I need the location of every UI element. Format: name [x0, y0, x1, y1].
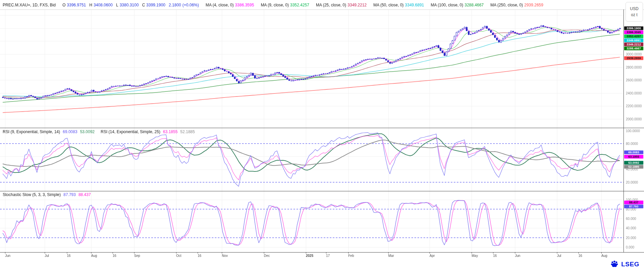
lseg-logo-text: LSEG — [621, 261, 639, 268]
high-label: H — [89, 3, 92, 7]
rsi9-ma-value: 53.0092 — [80, 129, 94, 134]
instrument-label: PREC.M.XAU=, 1D, FXS, Bid — [3, 3, 56, 7]
rsi-axis-label: 100.0000 — [626, 129, 640, 133]
rsi14-value: 63.1855 — [163, 129, 177, 134]
chart-application: PREC.M.XAU=, 1D, FXS, Bid O3396.9751 H34… — [0, 0, 644, 270]
price-axis-label: 2200.0000 — [626, 104, 642, 108]
stochastic-tag: 87.793 — [624, 205, 643, 208]
stochastic-axis-label: 20.000 — [626, 236, 636, 240]
time-axis-label: Aug — [91, 254, 97, 258]
price-axis-label: 2400.0000 — [626, 91, 642, 95]
stochastic-title: Stochastic Slow (5, 3, 3, Simple) — [3, 192, 61, 197]
time-axis-label: Jun — [5, 254, 10, 258]
ma-legend-item-40[interactable]: MA (4, close, 0)3386.3595 — [206, 3, 254, 7]
stochastic-axis-label: 60.000 — [626, 217, 636, 221]
time-axis-label: Nov — [222, 254, 228, 258]
ma-legend-item-1000[interactable]: MA (100, close, 0)3288.4667 — [431, 3, 484, 7]
price-tag: 3399.1900 — [624, 27, 643, 30]
time-axis-label: 16 — [198, 254, 201, 258]
unit-label: oz t — [631, 12, 637, 17]
ma-legend-item-2500[interactable]: MA (250, close, 0)2939.2659 — [490, 3, 543, 7]
ma-legend-item-90[interactable]: MA (9, close, 0)3352.4257 — [261, 3, 309, 7]
rsi-axis-label: 20.0000 — [626, 181, 638, 184]
time-axis-label: Sep — [134, 254, 140, 258]
close-value: 3399.1900 — [146, 3, 165, 7]
time-axis-label: Aug — [601, 254, 607, 258]
legend-row: PREC.M.XAU=, 1D, FXS, Bid O3396.9751 H34… — [3, 2, 543, 8]
rsi-axis-label: 80.0000 — [626, 142, 638, 146]
time-axis-label: Feb — [348, 254, 354, 258]
lseg-logo: LSEG — [610, 260, 639, 269]
change-percent: (+0.06%) — [183, 3, 199, 7]
currency-label: USD — [630, 6, 638, 11]
ma-legend-item-250[interactable]: MA (25, close, 0)3349.2212 — [316, 3, 367, 7]
stochastic-axis-label: 40.000 — [626, 226, 636, 230]
ma-label: MA (250, close, 0) — [490, 3, 523, 7]
rsi-tag: 63.1855 — [624, 155, 643, 159]
ma-legend-list: MA (4, close, 0)3386.3595MA (9, close, 0… — [206, 3, 544, 7]
rsi-tag: 53.0092 — [624, 161, 643, 165]
price-tag: 3288.4667 — [624, 47, 643, 50]
open-label: O — [63, 3, 66, 7]
stochastic-axis-label: 0.000 — [626, 245, 634, 249]
low-value: 3380.3100 — [120, 3, 139, 7]
price-axis-label: 3000.0000 — [626, 52, 642, 56]
open-value: 3396.9751 — [67, 3, 86, 7]
rsi9-title: RSI (9, Exponential, Simple, 14) — [3, 129, 60, 134]
time-axis-label: Oct — [176, 254, 182, 258]
time-axis-label: 2025 — [306, 254, 313, 258]
ma-value: 3349.2212 — [348, 3, 367, 7]
time-axis-label: Jul — [45, 254, 49, 258]
time-axis-label: 17 — [326, 254, 330, 258]
price-axis-label: 2600.0000 — [626, 78, 642, 82]
stochastic-d-value: 88.437 — [78, 192, 91, 197]
ma-legend-item-500[interactable]: MA (50, close, 0)3349.6891 — [373, 3, 424, 7]
rsi9-value: 69.0083 — [63, 129, 77, 134]
ma-value: 3288.4667 — [465, 3, 484, 7]
close-label: C — [142, 3, 145, 7]
time-axis-label: Mar — [388, 254, 394, 258]
time-axis-label: May — [472, 254, 478, 258]
stochastic-pane-header[interactable]: Stochastic Slow (5, 3, 3, Simple) 87.793… — [3, 192, 91, 197]
stochastic-tag: 88.437 — [624, 201, 643, 204]
time-axis-label: Jun — [515, 254, 520, 258]
ma-value: 3349.6891 — [405, 3, 424, 7]
price-tag: 3352.4257 — [624, 35, 643, 38]
time-axis-label: 16 — [578, 254, 582, 258]
ma-value: 2939.2659 — [524, 3, 544, 7]
price-tag: 3349.6891 — [624, 39, 643, 42]
change-value: 2.1800 — [169, 3, 181, 7]
rsi-tag: 69.0083 — [624, 151, 643, 154]
price-axis-label: 2800.0000 — [626, 66, 642, 69]
time-axis-label: Jul — [557, 254, 561, 258]
low-label: L — [116, 3, 118, 7]
rsi14-ma-value: 52.1885 — [180, 129, 195, 134]
high-value: 3408.0600 — [93, 3, 113, 7]
ma-label: MA (100, close, 0) — [431, 3, 464, 7]
ma-label: MA (4, close, 0) — [206, 3, 234, 7]
time-axis-label: 16 — [493, 254, 497, 258]
stochastic-k-value: 87.793 — [64, 192, 76, 197]
price-tag: 2939.2659 — [624, 56, 643, 60]
time-axis-label: Dec — [264, 254, 270, 258]
rsi-pane-header[interactable]: RSI (9, Exponential, Simple, 14) 69.0083… — [3, 129, 195, 134]
ohlc-readout: O3396.9751 H3408.0600 L3380.3100 C3399.1… — [63, 3, 199, 7]
rsi-tag: 52.1885 — [624, 165, 643, 169]
rsi14-title: RSI (14, Exponential, Simple, 25) — [101, 129, 160, 134]
time-axis-label: 16 — [67, 254, 71, 258]
ma-value: 3386.3595 — [235, 3, 254, 7]
ma-label: MA (25, close, 0) — [316, 3, 346, 7]
price-tag: 3386.3595 — [624, 31, 643, 34]
time-axis-label: Apr — [430, 254, 435, 258]
time-axis-label: 16 — [113, 254, 116, 258]
ma-value: 3352.4257 — [290, 3, 309, 7]
ma-label: MA (9, close, 0) — [261, 3, 289, 7]
price-axis-label: 2000.0000 — [626, 117, 642, 121]
lseg-crest-icon — [610, 260, 619, 269]
price-tag: 3349.2212 — [624, 43, 643, 46]
chart-canvas[interactable] — [0, 0, 644, 270]
axis-unit-box: USD oz t — [626, 2, 643, 22]
ma-label: MA (50, close, 0) — [373, 3, 404, 7]
